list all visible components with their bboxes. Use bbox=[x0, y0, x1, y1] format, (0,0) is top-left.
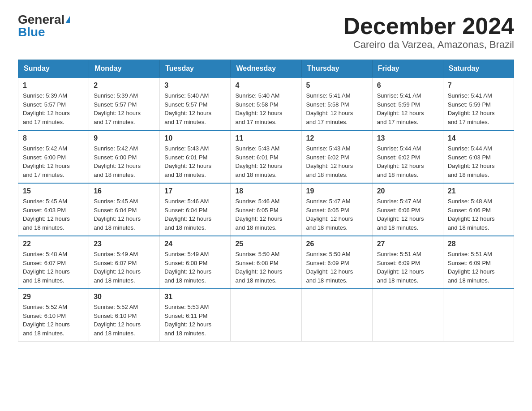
day-info: Sunrise: 5:49 AMSunset: 6:07 PMDaylight:… bbox=[94, 251, 141, 284]
table-row: 16 Sunrise: 5:45 AMSunset: 6:04 PMDaylig… bbox=[89, 183, 160, 236]
table-row: 25 Sunrise: 5:50 AMSunset: 6:08 PMDaylig… bbox=[231, 236, 301, 289]
table-row: 5 Sunrise: 5:41 AMSunset: 5:58 PMDayligh… bbox=[301, 77, 372, 130]
day-info: Sunrise: 5:47 AMSunset: 6:05 PMDaylight:… bbox=[306, 198, 353, 231]
table-row: 29 Sunrise: 5:52 AMSunset: 6:10 PMDaylig… bbox=[18, 289, 89, 342]
day-info: Sunrise: 5:49 AMSunset: 6:08 PMDaylight:… bbox=[164, 251, 211, 284]
header-sunday: Sunday bbox=[18, 60, 89, 78]
day-info: Sunrise: 5:43 AMSunset: 6:01 PMDaylight:… bbox=[164, 145, 211, 178]
day-info: Sunrise: 5:51 AMSunset: 6:09 PMDaylight:… bbox=[448, 251, 495, 284]
title-area: December 2024 Careiro da Varzea, Amazona… bbox=[343, 13, 514, 51]
table-row: 26 Sunrise: 5:50 AMSunset: 6:09 PMDaylig… bbox=[301, 236, 372, 289]
table-row: 11 Sunrise: 5:43 AMSunset: 6:01 PMDaylig… bbox=[231, 130, 301, 183]
table-row bbox=[301, 289, 372, 342]
table-row: 20 Sunrise: 5:47 AMSunset: 6:06 PMDaylig… bbox=[372, 183, 443, 236]
day-info: Sunrise: 5:42 AMSunset: 6:00 PMDaylight:… bbox=[23, 145, 70, 178]
day-info: Sunrise: 5:44 AMSunset: 6:02 PMDaylight:… bbox=[377, 145, 424, 178]
logo-triangle-icon bbox=[65, 16, 70, 23]
day-info: Sunrise: 5:44 AMSunset: 6:03 PMDaylight:… bbox=[448, 145, 495, 178]
day-number: 6 bbox=[377, 81, 438, 90]
table-row: 13 Sunrise: 5:44 AMSunset: 6:02 PMDaylig… bbox=[372, 130, 443, 183]
table-row: 28 Sunrise: 5:51 AMSunset: 6:09 PMDaylig… bbox=[443, 236, 514, 289]
table-row: 4 Sunrise: 5:40 AMSunset: 5:58 PMDayligh… bbox=[231, 77, 301, 130]
day-info: Sunrise: 5:41 AMSunset: 5:59 PMDaylight:… bbox=[377, 92, 424, 125]
day-number: 17 bbox=[164, 187, 226, 195]
day-number: 16 bbox=[94, 187, 155, 195]
day-number: 1 bbox=[23, 81, 84, 90]
day-info: Sunrise: 5:50 AMSunset: 6:08 PMDaylight:… bbox=[235, 251, 282, 284]
header-monday: Monday bbox=[89, 60, 160, 78]
day-number: 11 bbox=[235, 134, 296, 142]
day-info: Sunrise: 5:53 AMSunset: 6:11 PMDaylight:… bbox=[164, 304, 211, 337]
day-number: 23 bbox=[94, 240, 155, 248]
table-row: 6 Sunrise: 5:41 AMSunset: 5:59 PMDayligh… bbox=[372, 77, 443, 130]
day-number: 25 bbox=[235, 240, 296, 248]
day-number: 30 bbox=[94, 293, 155, 301]
day-info: Sunrise: 5:40 AMSunset: 5:57 PMDaylight:… bbox=[164, 92, 211, 125]
day-info: Sunrise: 5:52 AMSunset: 6:10 PMDaylight:… bbox=[94, 304, 141, 337]
day-number: 10 bbox=[164, 134, 226, 142]
table-row: 8 Sunrise: 5:42 AMSunset: 6:00 PMDayligh… bbox=[18, 130, 89, 183]
weekday-header-row: Sunday Monday Tuesday Wednesday Thursday… bbox=[18, 60, 514, 78]
day-number: 27 bbox=[377, 240, 438, 248]
table-row: 3 Sunrise: 5:40 AMSunset: 5:57 PMDayligh… bbox=[160, 77, 231, 130]
day-info: Sunrise: 5:39 AMSunset: 5:57 PMDaylight:… bbox=[23, 92, 70, 125]
header-friday: Friday bbox=[372, 60, 443, 78]
table-row: 17 Sunrise: 5:46 AMSunset: 6:04 PMDaylig… bbox=[160, 183, 231, 236]
day-number: 3 bbox=[164, 81, 226, 90]
day-number: 29 bbox=[23, 293, 84, 301]
table-row: 15 Sunrise: 5:45 AMSunset: 6:03 PMDaylig… bbox=[18, 183, 89, 236]
week-row-2: 8 Sunrise: 5:42 AMSunset: 6:00 PMDayligh… bbox=[18, 130, 514, 183]
table-row: 9 Sunrise: 5:42 AMSunset: 6:00 PMDayligh… bbox=[89, 130, 160, 183]
day-number: 7 bbox=[448, 81, 509, 90]
header: General Blue December 2024 Careiro da Va… bbox=[18, 13, 514, 51]
day-number: 12 bbox=[306, 134, 368, 142]
day-number: 5 bbox=[306, 81, 368, 90]
day-info: Sunrise: 5:48 AMSunset: 6:07 PMDaylight:… bbox=[23, 251, 70, 284]
day-number: 19 bbox=[306, 187, 368, 195]
day-number: 22 bbox=[23, 240, 84, 248]
logo-general: General bbox=[18, 13, 64, 26]
day-number: 28 bbox=[448, 240, 509, 248]
logo-blue: Blue bbox=[18, 26, 45, 39]
table-row: 14 Sunrise: 5:44 AMSunset: 6:03 PMDaylig… bbox=[443, 130, 514, 183]
day-number: 9 bbox=[94, 134, 155, 142]
table-row bbox=[372, 289, 443, 342]
table-row: 24 Sunrise: 5:49 AMSunset: 6:08 PMDaylig… bbox=[160, 236, 231, 289]
table-row: 18 Sunrise: 5:46 AMSunset: 6:05 PMDaylig… bbox=[231, 183, 301, 236]
day-info: Sunrise: 5:51 AMSunset: 6:09 PMDaylight:… bbox=[377, 251, 424, 284]
day-info: Sunrise: 5:52 AMSunset: 6:10 PMDaylight:… bbox=[23, 304, 70, 337]
day-number: 20 bbox=[377, 187, 438, 195]
day-number: 13 bbox=[377, 134, 438, 142]
day-number: 31 bbox=[164, 293, 226, 301]
day-info: Sunrise: 5:48 AMSunset: 6:06 PMDaylight:… bbox=[448, 198, 495, 231]
week-row-3: 15 Sunrise: 5:45 AMSunset: 6:03 PMDaylig… bbox=[18, 183, 514, 236]
page-subtitle: Careiro da Varzea, Amazonas, Brazil bbox=[343, 39, 514, 51]
table-row: 2 Sunrise: 5:39 AMSunset: 5:57 PMDayligh… bbox=[89, 77, 160, 130]
day-number: 4 bbox=[235, 81, 296, 90]
table-row: 23 Sunrise: 5:49 AMSunset: 6:07 PMDaylig… bbox=[89, 236, 160, 289]
day-info: Sunrise: 5:40 AMSunset: 5:58 PMDaylight:… bbox=[235, 92, 282, 125]
day-info: Sunrise: 5:39 AMSunset: 5:57 PMDaylight:… bbox=[94, 92, 141, 125]
day-info: Sunrise: 5:47 AMSunset: 6:06 PMDaylight:… bbox=[377, 198, 424, 231]
table-row: 10 Sunrise: 5:43 AMSunset: 6:01 PMDaylig… bbox=[160, 130, 231, 183]
table-row bbox=[443, 289, 514, 342]
header-tuesday: Tuesday bbox=[160, 60, 231, 78]
day-info: Sunrise: 5:42 AMSunset: 6:00 PMDaylight:… bbox=[94, 145, 141, 178]
table-row: 30 Sunrise: 5:52 AMSunset: 6:10 PMDaylig… bbox=[89, 289, 160, 342]
day-number: 21 bbox=[448, 187, 509, 195]
day-number: 18 bbox=[235, 187, 296, 195]
day-number: 26 bbox=[306, 240, 368, 248]
page-title: December 2024 bbox=[343, 13, 514, 39]
day-number: 15 bbox=[23, 187, 84, 195]
day-info: Sunrise: 5:45 AMSunset: 6:03 PMDaylight:… bbox=[23, 198, 70, 231]
day-info: Sunrise: 5:43 AMSunset: 6:01 PMDaylight:… bbox=[235, 145, 282, 178]
header-thursday: Thursday bbox=[301, 60, 372, 78]
week-row-1: 1 Sunrise: 5:39 AMSunset: 5:57 PMDayligh… bbox=[18, 77, 514, 130]
day-number: 24 bbox=[164, 240, 226, 248]
day-info: Sunrise: 5:50 AMSunset: 6:09 PMDaylight:… bbox=[306, 251, 353, 284]
logo: General Blue bbox=[18, 13, 70, 39]
day-info: Sunrise: 5:46 AMSunset: 6:05 PMDaylight:… bbox=[235, 198, 282, 231]
day-info: Sunrise: 5:41 AMSunset: 5:58 PMDaylight:… bbox=[306, 92, 353, 125]
header-wednesday: Wednesday bbox=[231, 60, 301, 78]
table-row: 27 Sunrise: 5:51 AMSunset: 6:09 PMDaylig… bbox=[372, 236, 443, 289]
